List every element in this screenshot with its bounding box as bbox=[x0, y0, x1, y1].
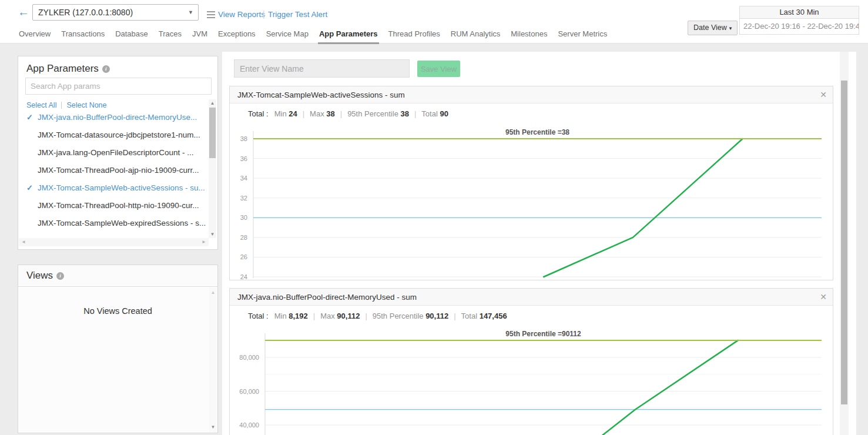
param-item[interactable]: JMX-Tomcat-ThreadPool-ajp-nio-19009-curr… bbox=[19, 162, 209, 179]
chart-title: JMX-java.nio-BufferPool-direct-MemoryUse… bbox=[237, 293, 417, 302]
tab-thread-profiles[interactable]: Thread Profiles bbox=[387, 29, 441, 44]
app-parameters-panel: App Parametersi Select AllSelect None ✓J… bbox=[18, 56, 218, 250]
line-chart: 80,00060,00040,00095th Percentile =90112 bbox=[230, 327, 834, 435]
chart-panel-active-sessions: JMX-Tomcat-SampleWeb-activeSessions - su… bbox=[229, 86, 833, 280]
stats-separator: | bbox=[313, 312, 315, 320]
param-item[interactable]: ✓JMX-Tomcat-SampleWeb-activeSessions - s… bbox=[19, 179, 209, 197]
param-label: JMX-Tomcat-ThreadPool-http-nio-19090-cur… bbox=[38, 201, 199, 210]
info-icon: i bbox=[56, 272, 64, 280]
svg-text:34: 34 bbox=[240, 175, 247, 182]
chart-stats: Total :Min 8,192|Max 90,112|95th Percent… bbox=[248, 312, 833, 320]
select-links: Select AllSelect None bbox=[26, 101, 107, 109]
param-item[interactable]: JMX-Tomcat-ThreadPool-http-nio-19090-cur… bbox=[19, 197, 209, 215]
app-parameters-page: { "icons": { "back": "←", "caret_down": … bbox=[0, 0, 868, 435]
scroll-down-arrow-icon[interactable]: ▼ bbox=[209, 424, 217, 430]
param-label: JMX-Tomcat-SampleWeb-expiredSessions - s… bbox=[38, 219, 206, 227]
param-label: JMX-java.nio-BufferPool-direct-MemoryUse… bbox=[38, 113, 197, 122]
svg-text:26: 26 bbox=[240, 253, 247, 260]
tab-app-parameters[interactable]: App Parameters bbox=[318, 29, 379, 44]
date-view-button[interactable]: Date View▾ bbox=[688, 21, 738, 35]
param-list-h-scrollbar[interactable]: ◄ ► bbox=[19, 238, 209, 246]
svg-text:30: 30 bbox=[240, 214, 247, 221]
check-icon: ✓ bbox=[26, 109, 33, 126]
close-icon[interactable]: ✕ bbox=[820, 289, 827, 306]
stat-value: 90,112 bbox=[425, 312, 448, 320]
chevron-down-icon: ▾ bbox=[729, 25, 732, 31]
view-reports-link[interactable]: View Reports bbox=[218, 10, 265, 19]
svg-text:38: 38 bbox=[240, 135, 247, 142]
scroll-left-arrow-icon[interactable]: ◄ bbox=[21, 238, 26, 246]
scrollbar-thumb[interactable] bbox=[209, 108, 216, 158]
scroll-up-arrow-icon[interactable]: ▲ bbox=[209, 101, 216, 106]
app-selector-dropdown[interactable]: ZYLKER (127.0.0.1:8080) ▼ bbox=[32, 4, 199, 21]
tab-server-metrics[interactable]: Server Metrics bbox=[557, 29, 608, 44]
no-views-message: No Views Created bbox=[19, 306, 217, 316]
tab-rum-analytics[interactable]: RUM Analytics bbox=[450, 29, 502, 44]
tab-overview[interactable]: Overview bbox=[18, 29, 52, 44]
tab-jvm[interactable]: JVM bbox=[191, 29, 209, 44]
stat-value: 8,192 bbox=[289, 312, 308, 320]
param-list-scrollbar[interactable]: ▲ ▼ bbox=[209, 99, 216, 238]
views-panel: Viewsi No Views Created ▲ ▼ bbox=[18, 265, 218, 433]
stats-separator: | bbox=[454, 312, 455, 320]
time-range-label: Last 30 Min bbox=[739, 6, 859, 18]
trigger-test-alert-link[interactable]: Trigger Test Alert bbox=[268, 10, 327, 19]
line-chart: 383634323028262495th Percentile =38 bbox=[230, 125, 834, 280]
main-scrollbar[interactable] bbox=[840, 52, 849, 435]
stats-prefix: Total : bbox=[248, 312, 269, 320]
main-content: Save View JMX-Tomcat-SampleWeb-activeSes… bbox=[222, 52, 856, 435]
svg-text:95th Percentile =90112: 95th Percentile =90112 bbox=[505, 330, 581, 338]
views-body: No Views Created ▲ ▼ bbox=[19, 287, 217, 432]
param-label: JMX-Tomcat-SampleWeb-activeSessions - su… bbox=[38, 183, 205, 192]
tab-service-map[interactable]: Service Map bbox=[265, 29, 310, 44]
view-name-input[interactable] bbox=[234, 59, 410, 78]
header-divider: | bbox=[263, 9, 265, 19]
info-icon: i bbox=[102, 65, 110, 73]
reports-menu-icon bbox=[207, 11, 215, 20]
scroll-right-arrow-icon[interactable]: ► bbox=[202, 238, 206, 246]
date-range-picker[interactable]: 22-Dec-20 19:16 - 22-Dec-20 19:46 bbox=[739, 18, 859, 35]
stat-label: Total bbox=[461, 312, 480, 320]
stats-separator: | bbox=[340, 109, 342, 118]
param-item[interactable]: JMX-Tomcat-datasource-jdbcjpetstore1-num… bbox=[19, 126, 209, 144]
svg-text:36: 36 bbox=[240, 155, 247, 162]
stats-separator: | bbox=[365, 312, 367, 320]
save-view-button[interactable]: Save View bbox=[417, 61, 460, 77]
stat-label: 95th Percentile bbox=[373, 312, 425, 320]
views-scrollbar[interactable]: ▲ ▼ bbox=[209, 287, 217, 432]
param-label: JMX-Tomcat-ThreadPool-ajp-nio-19009-curr… bbox=[38, 166, 199, 175]
search-app-params-input[interactable] bbox=[25, 78, 212, 95]
scroll-up-arrow-icon[interactable]: ▲ bbox=[209, 290, 217, 295]
stat-value: 38 bbox=[326, 109, 334, 118]
tab-exceptions[interactable]: Exceptions bbox=[217, 29, 257, 44]
chart-panel-memory-used: JMX-java.nio-BufferPool-direct-MemoryUse… bbox=[229, 288, 833, 435]
param-list: ✓JMX-java.nio-BufferPool-direct-MemoryUs… bbox=[19, 109, 209, 247]
views-title: Viewsi bbox=[18, 265, 217, 287]
stat-label: Max bbox=[310, 109, 326, 118]
scrollbar-thumb[interactable] bbox=[841, 81, 847, 404]
param-item[interactable]: ✓JMX-java.nio-BufferPool-direct-MemoryUs… bbox=[19, 109, 209, 126]
back-arrow-icon[interactable]: ← bbox=[18, 5, 29, 19]
svg-text:40,000: 40,000 bbox=[239, 421, 259, 429]
svg-text:28: 28 bbox=[240, 234, 247, 241]
tab-transactions[interactable]: Transactions bbox=[60, 29, 106, 44]
app-parameters-title: App Parametersi bbox=[18, 56, 217, 79]
chart-title: JMX-Tomcat-SampleWeb-activeSessions - su… bbox=[237, 91, 405, 99]
svg-text:80,000: 80,000 bbox=[239, 354, 259, 361]
svg-text:24: 24 bbox=[240, 273, 247, 280]
svg-text:95th Percentile =38: 95th Percentile =38 bbox=[505, 128, 569, 136]
stat-label: Min bbox=[274, 312, 289, 320]
tab-traces[interactable]: Traces bbox=[157, 29, 183, 44]
scroll-down-arrow-icon[interactable]: ▼ bbox=[209, 232, 216, 237]
select-all-link[interactable]: Select All bbox=[26, 101, 56, 109]
select-none-link[interactable]: Select None bbox=[66, 101, 106, 109]
param-item[interactable]: JMX-Tomcat-SampleWeb-expiredSessions - s… bbox=[19, 215, 209, 232]
close-icon[interactable]: ✕ bbox=[820, 86, 827, 103]
tab-milestones[interactable]: Milestones bbox=[510, 29, 548, 44]
stats-prefix: Total : bbox=[248, 109, 269, 118]
top-bar: ← ZYLKER (127.0.0.1:8080) ▼ View Reports… bbox=[0, 0, 868, 44]
tab-database[interactable]: Database bbox=[114, 29, 149, 44]
param-item[interactable]: JMX-java.lang-OpenFileDescriptorCount - … bbox=[19, 144, 209, 162]
nav-tabs: OverviewTransactionsDatabaseTracesJVMExc… bbox=[18, 29, 608, 44]
stat-value: 90,112 bbox=[337, 312, 360, 320]
